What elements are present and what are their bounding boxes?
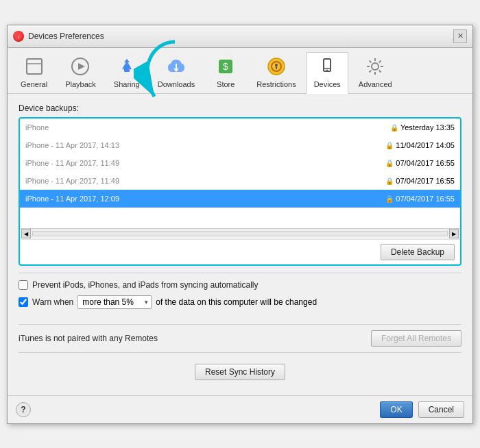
backup-table-wrap: iPhone 🔒 Yesterday 13:35 iPhone - 11 Apr… [20, 119, 460, 228]
backup-device-name: iPhone - 11 Apr 2017, 12:09 [20, 190, 240, 208]
backup-date-cell: 🔒 07/04/2017 16:55 [240, 190, 460, 208]
tab-restrictions-label: Restrictions [256, 80, 296, 88]
backup-device-name: iPhone - 11 Apr 2017, 11:49 [20, 154, 240, 172]
svg-line-28 [379, 60, 381, 62]
devices-icon [316, 55, 338, 77]
tab-advanced-label: Advanced [359, 80, 392, 88]
prevent-label: Prevent iPods, iPhones, and iPads from s… [32, 280, 259, 290]
backup-date-cell: 🔒 11/04/2017 14:05 [240, 136, 460, 154]
warn-checkbox[interactable] [19, 297, 28, 307]
tab-devices[interactable]: Devices [307, 52, 348, 94]
cancel-button[interactable]: Cancel [418, 401, 464, 418]
scroll-right-btn[interactable]: ▶ [449, 229, 459, 238]
close-button[interactable]: ✕ [453, 29, 467, 43]
svg-point-16 [275, 64, 278, 66]
svg-rect-3 [27, 59, 42, 74]
prevent-checkbox[interactable] [19, 280, 28, 290]
warn-dropdown[interactable]: more than 5%more than 10%more than 25%mo… [77, 295, 152, 309]
svg-line-27 [379, 70, 381, 72]
backup-box: iPhone 🔒 Yesterday 13:35 iPhone - 11 Apr… [19, 117, 461, 266]
horizontal-scrollbar[interactable]: ◀ ▶ [20, 228, 460, 239]
content-area: Device backups: iPhone 🔒 Yesterday 13:35… [8, 94, 472, 395]
toolbar: General Playback [8, 48, 472, 94]
tab-store[interactable]: $ Store [205, 52, 246, 93]
backup-device-name: iPhone - 11 Apr 2017, 14:13 [20, 136, 240, 154]
svg-text:$: $ [223, 61, 228, 72]
sharing-icon [116, 55, 138, 77]
warn-label: Warn when [32, 297, 73, 307]
remotes-section: iTunes is not paired with any Remotes Fo… [19, 324, 461, 352]
svg-line-29 [370, 70, 372, 72]
preferences-window: ♪ Devices Preferences ✕ General [7, 25, 473, 424]
svg-line-26 [370, 60, 372, 62]
downloads-icon [165, 55, 187, 77]
bottom-left: ? [16, 402, 31, 417]
backup-row[interactable]: iPhone - 11 Apr 2017, 11:49 🔒 07/04/2017… [20, 172, 460, 190]
svg-point-21 [372, 63, 379, 70]
restrictions-icon [265, 55, 287, 77]
title-bar: ♪ Devices Preferences ✕ [8, 25, 472, 48]
backup-row[interactable]: iPhone - 11 Apr 2017, 11:49 🔒 07/04/2017… [20, 154, 460, 172]
reset-sync-button[interactable]: Reset Sync History [195, 364, 285, 380]
svg-marker-9 [124, 59, 130, 62]
scroll-left-btn[interactable]: ◀ [21, 229, 31, 238]
backup-date-cell: 🔒 Yesterday 13:35 [240, 119, 460, 136]
backup-scroll-area[interactable]: iPhone 🔒 Yesterday 13:35 iPhone - 11 Apr… [20, 119, 460, 228]
backup-row[interactable]: iPhone - 11 Apr 2017, 14:13 🔒 11/04/2017… [20, 136, 460, 154]
warn-suffix: of the data on this computer will be cha… [156, 297, 317, 307]
window-title: Devices Preferences [28, 32, 104, 41]
device-backups-label: Device backups: [19, 103, 461, 113]
scroll-track[interactable] [32, 231, 448, 236]
svg-text:♪: ♪ [17, 34, 20, 39]
svg-rect-18 [324, 59, 331, 71]
tab-downloads-label: Downloads [158, 80, 195, 88]
forget-remotes-button[interactable]: Forget All Remotes [371, 330, 461, 347]
help-button[interactable]: ? [16, 402, 31, 417]
tab-general[interactable]: General [13, 52, 55, 93]
backup-row[interactable]: iPhone 🔒 Yesterday 13:35 [20, 119, 460, 136]
tab-store-label: Store [217, 80, 235, 88]
tab-restrictions[interactable]: Restrictions [249, 52, 303, 93]
backup-device-name: iPhone - 11 Apr 2017, 11:49 [20, 172, 240, 190]
bottom-bar: ? OK Cancel [8, 395, 472, 423]
backup-table: iPhone 🔒 Yesterday 13:35 iPhone - 11 Apr… [20, 119, 460, 208]
store-icon: $ [215, 55, 237, 77]
remotes-label: iTunes is not paired with any Remotes [19, 334, 158, 343]
backup-device-name: iPhone [20, 119, 240, 136]
svg-point-20 [326, 69, 328, 71]
tab-sharing-label: Sharing [114, 80, 140, 88]
app-icon: ♪ [13, 31, 24, 42]
ok-button[interactable]: OK [380, 401, 412, 418]
bottom-right: OK Cancel [380, 401, 464, 418]
backup-row[interactable]: iPhone - 11 Apr 2017, 12:09 🔒 07/04/2017… [20, 190, 460, 208]
delete-backup-row: Delete Backup [20, 239, 460, 264]
backup-date-cell: 🔒 07/04/2017 16:55 [240, 154, 460, 172]
tab-general-label: General [21, 80, 47, 88]
warn-dropdown-wrap: more than 5%more than 10%more than 25%mo… [77, 295, 152, 309]
reset-section: Reset Sync History [19, 352, 461, 386]
svg-rect-7 [124, 65, 130, 72]
tab-playback-label: Playback [65, 80, 96, 88]
prevent-option-row: Prevent iPods, iPhones, and iPads from s… [19, 280, 461, 290]
general-icon [23, 55, 45, 77]
svg-marker-6 [78, 63, 85, 70]
tab-playback[interactable]: Playback [58, 52, 104, 93]
options-section: Prevent iPods, iPhones, and iPads from s… [19, 273, 461, 321]
tab-devices-label: Devices [314, 80, 341, 88]
advanced-icon [364, 55, 386, 77]
warn-option-row: Warn when more than 5%more than 10%more … [19, 295, 461, 309]
tab-sharing[interactable]: Sharing [106, 52, 147, 93]
delete-backup-button[interactable]: Delete Backup [381, 244, 455, 260]
tab-advanced[interactable]: Advanced [351, 52, 400, 93]
playback-icon [69, 55, 91, 77]
backup-date-cell: 🔒 07/04/2017 16:55 [240, 172, 460, 190]
tab-downloads[interactable]: Downloads [150, 52, 202, 93]
